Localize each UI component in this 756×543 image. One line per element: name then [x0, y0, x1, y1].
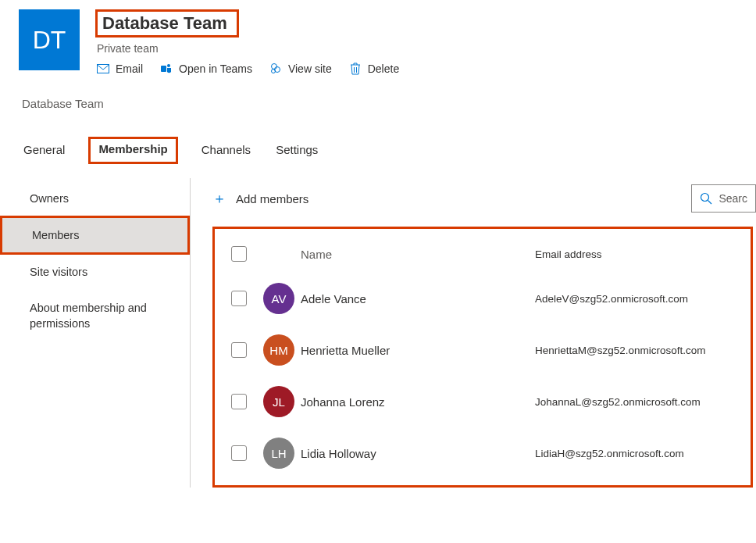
team-name: Database Team: [102, 13, 227, 34]
svg-line-7: [708, 201, 712, 205]
open-in-teams-action[interactable]: Open in Teams: [160, 63, 252, 75]
table-row[interactable]: AVAdele VanceAdeleV@szg52.onmicrosoft.co…: [215, 273, 751, 324]
open-in-teams-label: Open in Teams: [179, 63, 252, 75]
teams-icon: [160, 63, 173, 75]
table-header: Name Email address: [215, 235, 751, 273]
sidebar-item-owners[interactable]: Owners: [0, 181, 190, 216]
row-checkbox[interactable]: [231, 291, 247, 306]
plus-icon: ＋: [212, 189, 226, 208]
avatar: LH: [263, 438, 294, 469]
search-placeholder: Searc: [719, 192, 747, 205]
team-tile: DT: [19, 9, 80, 70]
highlight-tab-membership: Membership: [88, 137, 177, 164]
svg-point-3: [271, 64, 276, 70]
row-checkbox[interactable]: [231, 342, 247, 358]
column-header-email[interactable]: Email address: [535, 248, 744, 260]
member-email: AdeleV@szg52.onmicrosoft.com: [535, 293, 744, 305]
view-site-label: View site: [288, 63, 332, 75]
member-email: LidiaH@szg52.onmicrosoft.com: [535, 448, 744, 459]
table-row[interactable]: HMHenrietta MuellerHenriettaM@szg52.onmi…: [215, 324, 751, 376]
member-name: Johanna Lorenz: [301, 395, 535, 409]
column-header-name[interactable]: Name: [301, 248, 535, 261]
row-checkbox[interactable]: [231, 394, 247, 409]
svg-rect-1: [161, 66, 166, 72]
membership-sidebar: Owners Members Site visitors About membe…: [0, 178, 191, 488]
sharepoint-icon: [269, 63, 282, 75]
search-box[interactable]: Searc: [691, 184, 756, 213]
member-name: Lidia Holloway: [301, 447, 535, 460]
select-all-checkbox[interactable]: [231, 246, 247, 262]
add-members-label: Add members: [236, 192, 308, 205]
highlight-sidebar-members: Members: [0, 216, 190, 255]
member-name: Henrietta Mueller: [301, 344, 535, 357]
svg-rect-0: [98, 65, 109, 73]
member-email: HenriettaM@szg52.onmicrosoft.com: [535, 345, 744, 356]
highlight-members-table: Name Email address AVAdele VanceAdeleV@s…: [212, 227, 753, 488]
avatar: AV: [263, 283, 294, 314]
sidebar-item-about[interactable]: About membership and permissions: [0, 289, 190, 343]
search-icon: [700, 192, 712, 205]
trash-icon: [349, 63, 362, 75]
tab-membership[interactable]: Membership: [98, 142, 167, 155]
highlight-team-name: Database Team: [95, 9, 239, 38]
email-action[interactable]: Email: [97, 63, 143, 75]
delete-label: Delete: [368, 63, 399, 75]
member-name: Adele Vance: [301, 292, 535, 305]
add-members-button[interactable]: ＋ Add members: [212, 189, 308, 208]
team-visibility: Private team: [97, 42, 737, 55]
table-row[interactable]: LHLidia HollowayLidiaH@szg52.onmicrosoft…: [215, 427, 751, 479]
row-checkbox[interactable]: [231, 445, 247, 461]
view-site-action[interactable]: View site: [269, 63, 332, 75]
tab-general[interactable]: General: [22, 138, 66, 164]
member-email: JohannaL@szg52.onmicrosoft.com: [535, 396, 744, 408]
avatar: JL: [263, 386, 294, 417]
breadcrumb[interactable]: Database Team: [0, 81, 756, 115]
delete-action[interactable]: Delete: [349, 63, 399, 75]
email-label: Email: [116, 63, 143, 75]
tab-settings[interactable]: Settings: [274, 138, 319, 164]
sidebar-item-site-visitors[interactable]: Site visitors: [0, 255, 190, 289]
svg-point-6: [701, 194, 709, 202]
table-row[interactable]: JLJohanna LorenzJohannaL@szg52.onmicroso…: [215, 376, 751, 427]
sidebar-item-members[interactable]: Members: [2, 218, 187, 252]
mail-icon: [97, 63, 109, 75]
avatar: HM: [263, 334, 294, 366]
tab-channels[interactable]: Channels: [200, 138, 252, 164]
svg-point-2: [167, 64, 170, 67]
